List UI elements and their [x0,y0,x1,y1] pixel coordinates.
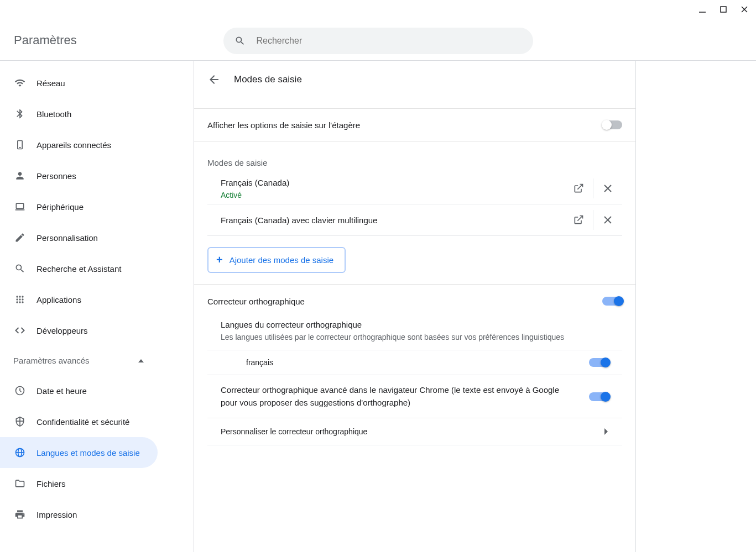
sidebar-item-label: Confidentialité et sécurité [37,417,129,427]
remove-input-method-button[interactable] [593,206,622,234]
sidebar-item-label: Appareils connectés [37,140,111,150]
spellcheck-lang-label: français [246,358,273,367]
smartphone-icon [13,139,27,150]
sidebar-item-label: Fichiers [37,479,66,488]
sidebar-item-network[interactable]: Réseau [0,67,158,98]
apps-icon [13,294,27,305]
shield-icon [13,416,27,427]
svg-point-14 [16,301,18,303]
spellcheck-langs-info: Langues du correcteur orthographique Les… [207,318,622,350]
sidebar-item-label: Date et heure [37,386,87,396]
spellcheck-langs-desc: Les langues utilisées par le correcteur … [221,332,622,343]
svg-line-24 [577,216,582,221]
plus-icon: + [216,254,223,266]
sidebar-item-device[interactable]: Périphérique [0,191,158,222]
svg-point-12 [19,298,20,300]
remove-input-method-button[interactable] [593,174,622,203]
app-title: Paramètres [14,33,77,48]
sidebar-advanced-label: Paramètres avancés [13,356,90,365]
sidebar-item-connected-devices[interactable]: Appareils connectés [0,129,158,160]
svg-point-10 [22,296,23,297]
chevron-right-icon [604,428,609,435]
back-button[interactable] [207,73,221,86]
shelf-option-toggle[interactable] [602,120,622,129]
input-method-name: Français (Canada) avec clavier multiling… [221,215,377,225]
shelf-option-row[interactable]: Afficher les options de saisie sur l'éta… [194,108,635,141]
sidebar-item-label: Réseau [37,78,65,88]
svg-point-8 [16,296,18,297]
input-method-status: Activé [221,191,289,199]
customize-spellcheck-row[interactable]: Personnaliser le correcteur orthographiq… [207,418,622,445]
chevron-up-icon [138,359,144,362]
input-method-row: Français (Canada) Activé [207,173,622,204]
add-button-label: Ajouter des modes de saisie [230,255,333,265]
svg-point-11 [16,298,18,300]
open-external-button[interactable] [564,174,593,203]
sidebar-item-label: Impression [37,510,77,519]
spellcheck-row[interactable]: Correcteur orthographique [194,285,635,318]
sidebar-item-label: Développeurs [37,326,88,335]
sidebar-item-people[interactable]: Personnes [0,160,158,191]
customize-spellcheck-label: Personnaliser le correcteur orthographiq… [221,427,367,436]
sidebar-item-apps[interactable]: Applications [0,284,158,315]
globe-icon [13,447,27,458]
sidebar-item-label: Recherche et Assistant [37,264,121,274]
sidebar-item-search-assistant[interactable]: Recherche et Assistant [0,253,158,284]
enhanced-spellcheck-label: Correcteur orthographique avancé dans le… [221,385,559,407]
sidebar-item-label: Périphérique [37,202,84,212]
spellcheck-title: Correcteur orthographique [207,297,305,306]
sidebar-item-personalization[interactable]: Personnalisation [0,222,158,253]
settings-panel: Modes de saisie Afficher les options de … [194,61,636,552]
spellcheck-lang-row[interactable]: français [207,350,622,375]
print-icon [13,509,27,520]
sidebar-item-label: Applications [37,295,81,304]
laptop-icon [13,201,27,212]
svg-point-9 [19,296,20,297]
spellcheck-toggle[interactable] [602,297,622,306]
sidebar-item-files[interactable]: Fichiers [0,468,158,499]
svg-point-15 [19,301,20,303]
shelf-option-label: Afficher les options de saisie sur l'éta… [207,120,360,130]
header: Paramètres [0,0,756,61]
sidebar-advanced-toggle[interactable]: Paramètres avancés [0,346,166,375]
folder-icon [13,478,27,489]
search-box[interactable] [223,28,533,54]
sidebar-item-label: Personnes [37,171,76,181]
spellcheck-langs-title: Langues du correcteur orthographique [221,320,622,329]
svg-line-21 [577,185,582,190]
enhanced-spellcheck-row[interactable]: Correcteur orthographique avancé dans le… [207,375,622,418]
svg-point-13 [22,298,23,300]
open-external-button[interactable] [564,206,593,234]
enhanced-spellcheck-toggle[interactable] [589,392,609,401]
code-icon [13,325,27,336]
search-icon [13,263,27,274]
sidebar-item-privacy[interactable]: Confidentialité et sécurité [0,406,158,437]
svg-point-16 [22,301,23,303]
svg-rect-6 [16,203,23,208]
input-method-name: Français (Canada) [221,178,289,187]
section-input-methods-label: Modes de saisie [194,141,635,173]
bluetooth-icon [13,108,27,119]
spellcheck-lang-toggle[interactable] [589,358,609,367]
person-icon [13,170,27,181]
clock-icon [13,385,27,396]
sidebar-item-print[interactable]: Impression [0,499,158,530]
sidebar-item-bluetooth[interactable]: Bluetooth [0,98,158,129]
sidebar-item-label: Langues et modes de saisie [37,448,140,458]
search-icon [234,35,246,46]
input-method-row: Français (Canada) avec clavier multiling… [207,204,622,236]
add-input-method-button[interactable]: + Ajouter des modes de saisie [207,247,346,273]
sidebar-item-languages[interactable]: Langues et modes de saisie [0,437,158,468]
sidebar-item-developers[interactable]: Développeurs [0,315,158,346]
search-input[interactable] [257,36,522,46]
sidebar: Réseau Bluetooth Appareils connectés Per… [0,61,166,552]
wifi-icon [13,77,27,88]
sidebar-item-datetime[interactable]: Date et heure [0,375,158,406]
sidebar-item-label: Personnalisation [37,233,98,243]
sidebar-item-label: Bluetooth [37,109,71,119]
page-title: Modes de saisie [234,74,302,85]
edit-icon [13,232,27,243]
